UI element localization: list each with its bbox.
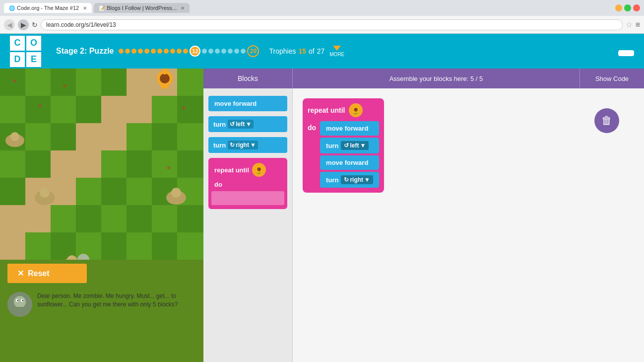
svg-point-104 bbox=[22, 300, 24, 301]
assemble-label: Assemble your blocks here: 5 / 5 bbox=[293, 69, 580, 88]
tab-close-icon[interactable]: ✕ bbox=[83, 5, 87, 11]
svg-rect-61 bbox=[76, 123, 101, 150]
inner-right-badge[interactable]: ↻ right ▼ bbox=[341, 175, 373, 184]
zombie-avatar bbox=[7, 292, 32, 317]
svg-rect-63 bbox=[51, 150, 76, 178]
svg-point-71 bbox=[63, 84, 66, 87]
assembled-repeat-header: repeat until 🌻 bbox=[308, 103, 379, 117]
dot-4 bbox=[138, 49, 143, 54]
inner-move-forward-2[interactable]: move forward bbox=[320, 155, 379, 170]
dot-2 bbox=[125, 49, 130, 54]
tab-inactive[interactable]: 📝 Blogs I Follow | WordPress... ✕ bbox=[94, 3, 190, 13]
turn-right-block[interactable]: turn ↻ right ▼ bbox=[208, 137, 287, 153]
svg-rect-62 bbox=[76, 150, 101, 178]
dot-current[interactable]: 12 bbox=[190, 46, 200, 57]
svg-rect-29 bbox=[127, 150, 152, 178]
forward-button[interactable]: ▶ bbox=[18, 19, 29, 30]
svg-rect-52 bbox=[101, 232, 127, 260]
svg-rect-8 bbox=[0, 96, 25, 123]
turn-left-direction[interactable]: ↺ left ▼ bbox=[228, 120, 254, 129]
do-label-blocks: do bbox=[211, 179, 284, 190]
right-panel: Blocks Assemble your blocks here: 5 / 5 … bbox=[203, 69, 644, 362]
svg-rect-37 bbox=[127, 178, 152, 205]
svg-rect-43 bbox=[76, 205, 101, 232]
more-button[interactable]: MORE bbox=[329, 46, 344, 57]
inner-move-2-label: move forward bbox=[326, 159, 368, 166]
svg-rect-24 bbox=[0, 150, 25, 178]
refresh-button[interactable]: ↻ bbox=[32, 21, 38, 29]
trash-button[interactable]: 🗑 bbox=[594, 108, 619, 133]
blocks-tab[interactable]: Blocks bbox=[203, 69, 293, 88]
inner-left-badge[interactable]: ↺ left ▼ bbox=[341, 141, 369, 150]
assembled-do-label: do bbox=[308, 121, 316, 132]
svg-point-81 bbox=[171, 188, 181, 198]
sign-in-button[interactable] bbox=[618, 50, 634, 56]
inner-turn-right[interactable]: turn ↻ right ▼ bbox=[320, 172, 379, 188]
left-rotate-icon: ↺ bbox=[230, 121, 235, 128]
svg-rect-10 bbox=[51, 96, 76, 123]
dot-3 bbox=[131, 49, 136, 54]
dot-16 bbox=[221, 49, 226, 54]
svg-rect-100 bbox=[16, 307, 23, 316]
show-code-button[interactable]: Show Code bbox=[580, 69, 644, 88]
svg-rect-59 bbox=[101, 96, 127, 123]
right-chevron-icon: ▼ bbox=[250, 142, 256, 148]
svg-rect-0 bbox=[0, 69, 25, 96]
minimize-button[interactable] bbox=[615, 4, 622, 11]
sunflower-icon: 🌻 bbox=[252, 163, 266, 177]
inner-move-1-label: move forward bbox=[326, 125, 368, 132]
trophies: Trophies 15 of 27 bbox=[269, 47, 324, 55]
inner-left-rotate-icon: ↺ bbox=[344, 142, 349, 149]
dot-13 bbox=[202, 49, 207, 54]
turn-left-block[interactable]: turn ↺ left ▼ bbox=[208, 116, 287, 132]
back-button[interactable]: ◀ bbox=[4, 19, 15, 30]
svg-rect-49 bbox=[25, 232, 51, 260]
assembled-do-section: do move forward turn bbox=[308, 121, 379, 188]
assembled-container: repeat until 🌻 do move forward bbox=[303, 98, 634, 193]
svg-rect-4 bbox=[101, 69, 127, 96]
dot-current2[interactable]: 20 bbox=[247, 45, 259, 57]
svg-rect-21 bbox=[127, 123, 152, 150]
left-chevron-icon: ▼ bbox=[246, 121, 252, 128]
address-bar[interactable] bbox=[41, 19, 623, 30]
repeat-until-block[interactable]: repeat until 🌻 do bbox=[208, 158, 287, 209]
reset-button[interactable]: ✕ Reset bbox=[7, 264, 87, 283]
svg-rect-31 bbox=[177, 150, 203, 178]
svg-rect-22 bbox=[152, 123, 177, 150]
dot-10 bbox=[177, 49, 182, 54]
svg-rect-47 bbox=[177, 205, 203, 232]
trash-icon: 🗑 bbox=[601, 114, 612, 127]
inner-turn-right-label: turn bbox=[326, 176, 338, 184]
stage-label: Stage 2: Puzzle bbox=[56, 47, 114, 56]
menu-button[interactable]: ≡ bbox=[636, 20, 640, 29]
inner-turn-left-label: turn bbox=[326, 142, 338, 149]
svg-point-75 bbox=[40, 188, 50, 198]
inner-turn-left[interactable]: turn ↺ left ▼ bbox=[320, 138, 379, 153]
turn-right-direction[interactable]: ↻ right ▼ bbox=[228, 141, 258, 149]
inner-move-forward-1[interactable]: move forward bbox=[320, 121, 379, 136]
svg-rect-54 bbox=[152, 232, 177, 260]
svg-rect-17 bbox=[25, 123, 51, 150]
svg-rect-15 bbox=[177, 96, 203, 123]
dot-17 bbox=[228, 49, 233, 54]
close-button[interactable] bbox=[633, 4, 640, 11]
header-right bbox=[618, 46, 634, 56]
browser-titlebar: 🌐 Code.org - The Maze #12 ✕ 📝 Blogs I Fo… bbox=[0, 0, 644, 16]
inner-right-rotate-icon: ↻ bbox=[344, 176, 349, 183]
svg-rect-57 bbox=[127, 96, 152, 123]
bookmark-button[interactable]: ☆ bbox=[626, 20, 633, 29]
svg-point-99 bbox=[14, 296, 26, 308]
more-triangle-icon bbox=[333, 46, 341, 51]
svg-point-73 bbox=[167, 166, 170, 169]
assemble-text: Assemble your blocks here: 5 / 5 bbox=[389, 75, 483, 82]
tab-active[interactable]: 🌐 Code.org - The Maze #12 ✕ bbox=[4, 3, 92, 13]
move-forward-block[interactable]: move forward bbox=[208, 96, 287, 111]
tab-close-inactive-icon[interactable]: ✕ bbox=[181, 5, 185, 11]
panel-header: Blocks Assemble your blocks here: 5 / 5 … bbox=[203, 69, 644, 88]
svg-rect-11 bbox=[76, 96, 101, 123]
assembled-repeat-block[interactable]: repeat until 🌻 do move forward bbox=[303, 98, 384, 193]
svg-point-83 bbox=[10, 132, 19, 141]
maximize-button[interactable] bbox=[624, 4, 631, 11]
turn-right-text: turn bbox=[213, 142, 226, 149]
blocks-panel: move forward turn ↺ left ▼ bbox=[203, 88, 293, 362]
